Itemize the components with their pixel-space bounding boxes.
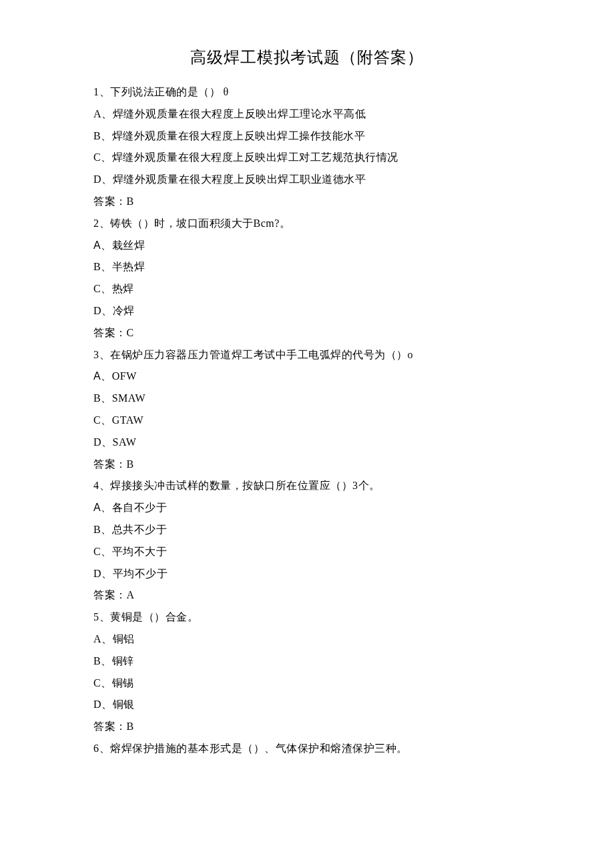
question-answer: 答案：C xyxy=(93,322,521,344)
question-answer: 答案：B xyxy=(93,454,521,476)
question-option: D、铜银 xyxy=(93,694,521,716)
question-answer: 答案：A xyxy=(93,584,521,606)
question-stem: 5、黄铜是（）合金。 xyxy=(93,606,521,628)
question-stem: 4、焊接接头冲击试样的数量，按缺口所在位置应（）3个。 xyxy=(93,475,521,497)
question-option: B、焊缝外观质量在很大程度上反映出焊工操作技能水平 xyxy=(93,125,521,147)
question-option: D、SAW xyxy=(93,432,521,454)
question-stem: 3、在锅炉压力容器压力管道焊工考试中手工电弧焊的代号为（）o xyxy=(93,344,521,366)
question-option: A、焊缝外观质量在很大程度上反映出焊工理论水平高低 xyxy=(93,103,521,125)
question-option: B、SMAW xyxy=(93,388,521,410)
question-stem: 2、铸铁（）时，坡口面积须大于Bcm?。 xyxy=(93,213,521,235)
question-option: C、GTAW xyxy=(93,410,521,432)
question-option: D、焊缝外观质量在很大程度上反映出焊工职业道德水平 xyxy=(93,169,521,191)
document-page: 高级焊工模拟考试题（附答案） 1、下列说法正确的是（） θA、焊缝外观质量在很大… xyxy=(0,0,614,787)
question-option: A、铜铝 xyxy=(93,628,521,650)
question-option: B、半热焊 xyxy=(93,256,521,278)
question-option: B、铜锌 xyxy=(93,650,521,673)
question-answer: 答案：B xyxy=(93,716,521,738)
question-option: B、总共不少于 xyxy=(93,519,521,541)
question-option: A、OFW xyxy=(93,366,521,388)
question-list: 1、下列说法正确的是（） θA、焊缝外观质量在很大程度上反映出焊工理论水平高低B… xyxy=(93,81,521,760)
option-text: 、栽丝焊 xyxy=(101,240,145,251)
question-option: A、栽丝焊 xyxy=(93,235,521,257)
question-option: A、各自不少于 xyxy=(93,497,521,519)
question-option: C、铜锡 xyxy=(93,673,521,695)
question-stem: 6、熔焊保护措施的基本形式是（）、气体保护和熔渣保护三种。 xyxy=(93,738,521,760)
option-letter: A xyxy=(93,502,101,513)
option-text: 、各自不少于 xyxy=(101,502,167,513)
question-option: D、平均不少于 xyxy=(93,563,521,585)
question-option: C、焊缝外观质量在很大程度上反映出焊工对工艺规范执行情况 xyxy=(93,147,521,169)
question-option: C、平均不大于 xyxy=(93,541,521,563)
question-option: C、热焊 xyxy=(93,278,521,300)
question-answer: 答案：B xyxy=(93,191,521,213)
question-option: D、冷焊 xyxy=(93,300,521,322)
question-stem: 1、下列说法正确的是（） θ xyxy=(93,81,521,103)
document-title: 高级焊工模拟考试题（附答案） xyxy=(93,47,521,68)
option-letter: A xyxy=(93,370,101,382)
option-text: 、OFW xyxy=(101,370,137,382)
option-letter: A xyxy=(93,240,101,251)
